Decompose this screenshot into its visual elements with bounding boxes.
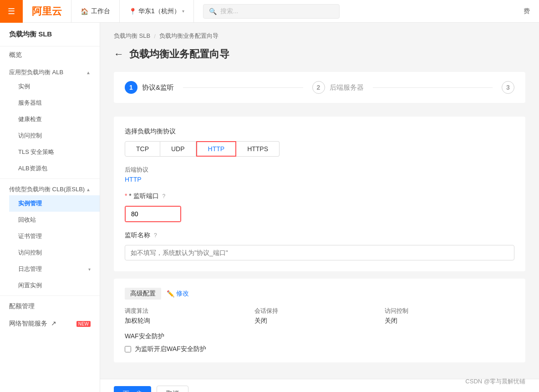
port-help-icon: ? [163, 193, 166, 199]
step-1-circle: 1 [125, 81, 137, 94]
chevron-up-icon-clb: ▲ [86, 187, 91, 192]
step-line-2 [373, 87, 493, 88]
session-label: 会话保持 [254, 307, 384, 315]
nav-right-text: 费 [514, 7, 539, 15]
content-area: 负载均衡 SLB / 负载均衡业务配置向导 ← 负载均衡业务配置向导 1 协议&… [100, 23, 539, 392]
step-2-label: 后端服务器 [330, 83, 364, 92]
step-3-circle: 3 [502, 81, 514, 94]
menu-icon: ☰ [8, 6, 15, 16]
home-icon: 🏠 [81, 8, 88, 15]
protocol-udp[interactable]: UDP [160, 141, 196, 157]
page-title-row: ← 负载均衡业务配置向导 [114, 47, 525, 61]
cancel-button[interactable]: 取消 [157, 386, 188, 392]
location-icon: 📍 [129, 8, 137, 15]
search-icon: 🔍 [209, 8, 217, 15]
breadcrumb-slb[interactable]: 负载均衡 SLB [114, 32, 150, 40]
csdn-watermark: CSDN @零与晨解忧铺 [465, 377, 525, 386]
breadcrumb-sep: / [154, 33, 156, 40]
breadcrumb: 负载均衡 SLB / 负载均衡业务配置向导 [114, 32, 525, 40]
form-section: 选择负载均衡协议 TCP UDP HTTP HTTPS 后端协议 HTTP * … [114, 117, 525, 271]
advanced-header: 高级配置 ✏️ 修改 [125, 288, 514, 300]
sidebar-item-server-group[interactable]: 服务器组 [9, 95, 100, 111]
listener-name-section: 监听名称 ? [125, 231, 514, 260]
advanced-section: 高级配置 ✏️ 修改 调度算法 加权轮询 会话保持 关闭 [114, 279, 525, 362]
config-session: 会话保持 关闭 [254, 307, 384, 325]
sidebar-item-cert[interactable]: 证书管理 [9, 228, 100, 244]
step-2-circle: 2 [312, 81, 325, 94]
backend-protocol-value: HTTP [125, 176, 514, 183]
step-1-label: 协议&监听 [142, 83, 174, 92]
main-layout: 负载均衡 SLB 概览 应用型负载均衡 ALB ▲ 实例 服务器组 健康检查 访… [0, 23, 539, 392]
scheduling-value: 加权轮询 [125, 317, 254, 325]
workbench-link[interactable]: 🏠 工作台 [71, 0, 120, 22]
sidebar-divider-2 [0, 295, 100, 296]
config-grid: 调度算法 加权轮询 会话保持 关闭 访问控制 关闭 [125, 307, 514, 325]
sidebar-item-network[interactable]: 网络智能服务 ↗ NEW [0, 315, 100, 332]
waf-label: WAF安全防护 [125, 332, 514, 341]
region-label: 华东1（杭州） [138, 7, 180, 15]
search-area: 🔍 搜索... [194, 4, 514, 19]
protocol-http[interactable]: HTTP [196, 141, 237, 157]
step-line-1 [183, 87, 303, 88]
backend-protocol-label: 后端协议 [125, 166, 514, 174]
breadcrumb-current: 负载均衡业务配置向导 [159, 32, 219, 40]
next-button[interactable]: 下一步 [114, 386, 151, 392]
step-1: 1 协议&监听 [125, 81, 174, 94]
logo-text: 阿里云 [32, 5, 62, 18]
scheduling-label: 调度算法 [125, 307, 254, 315]
port-input-wrapper [125, 206, 181, 222]
port-section: * 监听端口 ? [125, 192, 514, 222]
port-input[interactable] [126, 207, 180, 221]
sidebar-item-quota[interactable]: 配额管理 [0, 298, 100, 315]
sidebar-clb-subitems: 实例管理 回收站 证书管理 访问控制 日志管理 ▾ 闲置实例 [0, 195, 100, 294]
steps-bar: 1 协议&监听 2 后端服务器 3 [114, 72, 525, 103]
search-placeholder: 搜索... [220, 7, 239, 15]
sidebar-item-overview[interactable]: 概览 [0, 46, 100, 64]
sidebar-item-access-control-alb[interactable]: 访问控制 [9, 127, 100, 144]
protocol-tcp[interactable]: TCP [125, 141, 160, 157]
waf-checkbox-label: 为监听开启WAF安全防护 [135, 345, 206, 353]
config-access: 访问控制 关闭 [385, 307, 514, 325]
region-selector[interactable]: 📍 华东1（杭州） ▾ [120, 0, 194, 22]
backend-protocol-section: 后端协议 HTTP [125, 166, 514, 183]
edit-button[interactable]: ✏️ 修改 [167, 290, 189, 298]
sidebar-item-alb-instance[interactable]: 实例 [9, 78, 100, 95]
sidebar-item-instance-mgmt[interactable]: 实例管理 [9, 195, 100, 212]
sidebar-title: 负载均衡 SLB [0, 23, 100, 46]
sidebar-section-alb[interactable]: 应用型负载均衡 ALB ▲ [0, 64, 100, 78]
protocol-label: 选择负载均衡协议 [125, 127, 514, 136]
back-button[interactable]: ← [114, 48, 124, 60]
sidebar-item-tls[interactable]: TLS 安全策略 [9, 144, 100, 160]
top-nav: ☰ 阿里云 🏠 工作台 📍 华东1（杭州） ▾ 🔍 搜索... 费 [0, 0, 539, 23]
chevron-down-icon-log: ▾ [88, 267, 91, 272]
waf-checkbox-row: 为监听开启WAF安全防护 [125, 345, 514, 353]
sidebar-item-access-control-clb[interactable]: 访问控制 [9, 244, 100, 261]
step-3: 3 [502, 81, 514, 94]
waf-section: WAF安全防护 为监听开启WAF安全防护 [125, 332, 514, 353]
workbench-label: 工作台 [91, 7, 110, 15]
sidebar-divider [0, 178, 100, 179]
config-scheduling: 调度算法 加权轮询 [125, 307, 254, 325]
port-label: * 监听端口 ? [125, 192, 514, 200]
hamburger-button[interactable]: ☰ [0, 0, 23, 23]
search-box[interactable]: 🔍 搜索... [203, 4, 340, 19]
sidebar-item-idle[interactable]: 闲置实例 [9, 277, 100, 294]
waf-checkbox[interactable] [125, 346, 131, 352]
protocol-group: TCP UDP HTTP HTTPS [125, 141, 514, 157]
sidebar-item-recycle[interactable]: 回收站 [9, 212, 100, 228]
protocol-https[interactable]: HTTPS [236, 141, 280, 157]
sidebar-alb-subitems: 实例 服务器组 健康检查 访问控制 TLS 安全策略 ALB资源包 [0, 78, 100, 177]
sidebar-item-log[interactable]: 日志管理 ▾ [9, 261, 100, 277]
new-badge: NEW [76, 321, 91, 327]
chevron-up-icon: ▲ [86, 70, 91, 75]
sidebar-item-alb-resource[interactable]: ALB资源包 [9, 160, 100, 177]
listener-help-icon: ? [154, 232, 157, 239]
sidebar-item-health-check[interactable]: 健康检查 [9, 111, 100, 127]
access-value: 关闭 [385, 317, 514, 325]
listener-name-label: 监听名称 ? [125, 231, 514, 239]
access-label: 访问控制 [385, 307, 514, 315]
chevron-down-icon: ▾ [182, 9, 184, 14]
listener-name-input[interactable] [125, 245, 514, 260]
page-title: 负载均衡业务配置向导 [129, 47, 229, 61]
sidebar-section-clb[interactable]: 传统型负载均衡 CLB(原SLB) ▲ [0, 181, 100, 195]
